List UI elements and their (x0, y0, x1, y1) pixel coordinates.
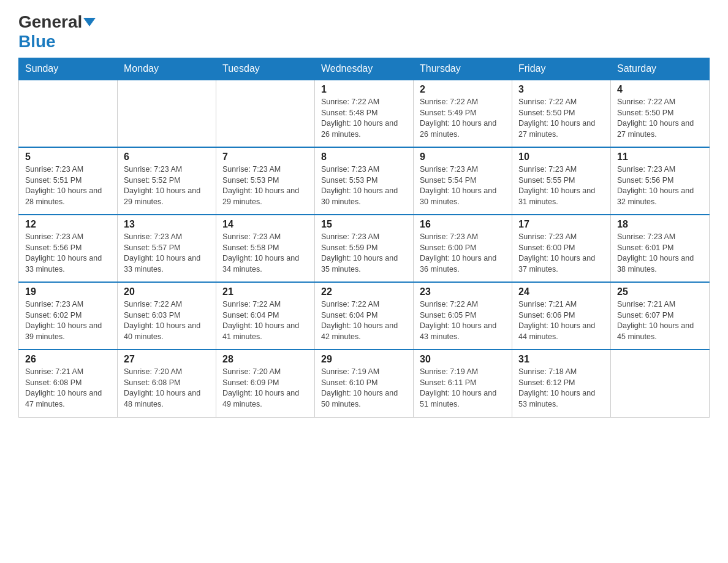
calendar-cell: 14Sunrise: 7:23 AMSunset: 5:58 PMDayligh… (216, 215, 315, 282)
logo-blue-text: Blue (18, 32, 56, 52)
day-number: 21 (222, 286, 308, 297)
day-info: Sunrise: 7:21 AMSunset: 6:07 PMDaylight:… (617, 299, 703, 342)
day-number: 15 (321, 219, 407, 230)
weekday-header-row: SundayMondayTuesdayWednesdayThursdayFrid… (19, 58, 710, 80)
calendar-cell: 6Sunrise: 7:23 AMSunset: 5:52 PMDaylight… (118, 147, 216, 215)
day-info: Sunrise: 7:23 AMSunset: 5:51 PMDaylight:… (25, 164, 111, 207)
day-info: Sunrise: 7:22 AMSunset: 6:03 PMDaylight:… (124, 299, 210, 342)
day-info: Sunrise: 7:20 AMSunset: 6:09 PMDaylight:… (222, 367, 308, 410)
day-info: Sunrise: 7:23 AMSunset: 5:59 PMDaylight:… (321, 232, 407, 275)
day-info: Sunrise: 7:22 AMSunset: 6:04 PMDaylight:… (321, 299, 407, 342)
calendar-cell: 4Sunrise: 7:22 AMSunset: 5:50 PMDaylight… (611, 80, 710, 147)
day-number: 17 (518, 219, 604, 230)
weekday-header-saturday: Saturday (611, 58, 710, 80)
day-info: Sunrise: 7:23 AMSunset: 5:53 PMDaylight:… (222, 164, 308, 207)
calendar-header: SundayMondayTuesdayWednesdayThursdayFrid… (19, 58, 710, 80)
day-info: Sunrise: 7:22 AMSunset: 6:04 PMDaylight:… (222, 299, 308, 342)
calendar-cell (216, 80, 315, 147)
day-info: Sunrise: 7:22 AMSunset: 6:05 PMDaylight:… (420, 299, 506, 342)
calendar-cell: 19Sunrise: 7:23 AMSunset: 6:02 PMDayligh… (19, 282, 118, 350)
day-number: 27 (124, 354, 210, 365)
day-number: 11 (617, 151, 703, 163)
day-number: 24 (518, 286, 604, 297)
day-number: 18 (617, 219, 703, 230)
calendar-week-row: 1Sunrise: 7:22 AMSunset: 5:48 PMDaylight… (19, 80, 710, 147)
day-info: Sunrise: 7:21 AMSunset: 6:08 PMDaylight:… (25, 367, 111, 410)
calendar-week-row: 5Sunrise: 7:23 AMSunset: 5:51 PMDaylight… (19, 147, 710, 215)
calendar-cell: 22Sunrise: 7:22 AMSunset: 6:04 PMDayligh… (315, 282, 414, 350)
day-number: 6 (124, 151, 210, 163)
day-number: 26 (25, 354, 111, 365)
day-info: Sunrise: 7:23 AMSunset: 6:00 PMDaylight:… (420, 232, 506, 275)
day-info: Sunrise: 7:22 AMSunset: 5:50 PMDaylight:… (518, 97, 604, 140)
weekday-header-monday: Monday (118, 58, 216, 80)
day-number: 12 (25, 219, 111, 230)
calendar-cell: 10Sunrise: 7:23 AMSunset: 5:55 PMDayligh… (512, 147, 611, 215)
day-number: 13 (124, 219, 210, 230)
calendar-cell: 16Sunrise: 7:23 AMSunset: 6:00 PMDayligh… (414, 215, 512, 282)
calendar-cell: 20Sunrise: 7:22 AMSunset: 6:03 PMDayligh… (118, 282, 216, 350)
day-info: Sunrise: 7:21 AMSunset: 6:06 PMDaylight:… (518, 299, 604, 342)
day-number: 10 (518, 151, 604, 163)
day-info: Sunrise: 7:22 AMSunset: 5:50 PMDaylight:… (617, 97, 703, 140)
day-number: 4 (617, 84, 703, 95)
day-number: 22 (321, 286, 407, 297)
page-header: General Blue (18, 12, 710, 52)
calendar-cell: 3Sunrise: 7:22 AMSunset: 5:50 PMDaylight… (512, 80, 611, 147)
calendar-cell: 31Sunrise: 7:18 AMSunset: 6:12 PMDayligh… (512, 350, 611, 417)
calendar-cell: 30Sunrise: 7:19 AMSunset: 6:11 PMDayligh… (414, 350, 512, 417)
day-number: 14 (222, 219, 308, 230)
calendar-cell: 11Sunrise: 7:23 AMSunset: 5:56 PMDayligh… (611, 147, 710, 215)
day-info: Sunrise: 7:23 AMSunset: 5:56 PMDaylight:… (25, 232, 111, 275)
calendar-cell: 25Sunrise: 7:21 AMSunset: 6:07 PMDayligh… (611, 282, 710, 350)
calendar-cell: 26Sunrise: 7:21 AMSunset: 6:08 PMDayligh… (19, 350, 118, 417)
calendar-cell: 17Sunrise: 7:23 AMSunset: 6:00 PMDayligh… (512, 215, 611, 282)
day-number: 30 (420, 354, 506, 365)
weekday-header-tuesday: Tuesday (216, 58, 315, 80)
calendar-cell (118, 80, 216, 147)
day-number: 9 (420, 151, 506, 163)
calendar-cell: 24Sunrise: 7:21 AMSunset: 6:06 PMDayligh… (512, 282, 611, 350)
day-info: Sunrise: 7:22 AMSunset: 5:48 PMDaylight:… (321, 97, 407, 140)
calendar-cell: 5Sunrise: 7:23 AMSunset: 5:51 PMDaylight… (19, 147, 118, 215)
day-info: Sunrise: 7:23 AMSunset: 5:55 PMDaylight:… (518, 164, 604, 207)
logo-arrow-icon (83, 18, 96, 26)
weekday-header-thursday: Thursday (414, 58, 512, 80)
day-number: 19 (25, 286, 111, 297)
calendar-cell: 13Sunrise: 7:23 AMSunset: 5:57 PMDayligh… (118, 215, 216, 282)
calendar-cell: 1Sunrise: 7:22 AMSunset: 5:48 PMDaylight… (315, 80, 414, 147)
calendar-cell: 29Sunrise: 7:19 AMSunset: 6:10 PMDayligh… (315, 350, 414, 417)
day-number: 23 (420, 286, 506, 297)
day-info: Sunrise: 7:18 AMSunset: 6:12 PMDaylight:… (518, 367, 604, 410)
calendar-cell: 7Sunrise: 7:23 AMSunset: 5:53 PMDaylight… (216, 147, 315, 215)
day-info: Sunrise: 7:23 AMSunset: 5:54 PMDaylight:… (420, 164, 506, 207)
calendar-cell: 15Sunrise: 7:23 AMSunset: 5:59 PMDayligh… (315, 215, 414, 282)
calendar-cell (611, 350, 710, 417)
day-info: Sunrise: 7:23 AMSunset: 6:00 PMDaylight:… (518, 232, 604, 275)
logo: General Blue (18, 12, 97, 52)
day-number: 7 (222, 151, 308, 163)
day-info: Sunrise: 7:23 AMSunset: 5:56 PMDaylight:… (617, 164, 703, 207)
day-info: Sunrise: 7:23 AMSunset: 5:57 PMDaylight:… (124, 232, 210, 275)
calendar-cell: 18Sunrise: 7:23 AMSunset: 6:01 PMDayligh… (611, 215, 710, 282)
weekday-header-sunday: Sunday (19, 58, 118, 80)
calendar-cell: 28Sunrise: 7:20 AMSunset: 6:09 PMDayligh… (216, 350, 315, 417)
day-info: Sunrise: 7:23 AMSunset: 5:52 PMDaylight:… (124, 164, 210, 207)
calendar-week-row: 12Sunrise: 7:23 AMSunset: 5:56 PMDayligh… (19, 215, 710, 282)
day-number: 31 (518, 354, 604, 365)
day-info: Sunrise: 7:22 AMSunset: 5:49 PMDaylight:… (420, 97, 506, 140)
day-number: 29 (321, 354, 407, 365)
day-number: 8 (321, 151, 407, 163)
day-info: Sunrise: 7:19 AMSunset: 6:10 PMDaylight:… (321, 367, 407, 410)
calendar-week-row: 26Sunrise: 7:21 AMSunset: 6:08 PMDayligh… (19, 350, 710, 417)
day-info: Sunrise: 7:20 AMSunset: 6:08 PMDaylight:… (124, 367, 210, 410)
calendar-week-row: 19Sunrise: 7:23 AMSunset: 6:02 PMDayligh… (19, 282, 710, 350)
weekday-header-wednesday: Wednesday (315, 58, 414, 80)
day-number: 3 (518, 84, 604, 95)
day-number: 5 (25, 151, 111, 163)
day-number: 20 (124, 286, 210, 297)
calendar-cell: 9Sunrise: 7:23 AMSunset: 5:54 PMDaylight… (414, 147, 512, 215)
calendar-cell (19, 80, 118, 147)
calendar-cell: 12Sunrise: 7:23 AMSunset: 5:56 PMDayligh… (19, 215, 118, 282)
day-number: 16 (420, 219, 506, 230)
